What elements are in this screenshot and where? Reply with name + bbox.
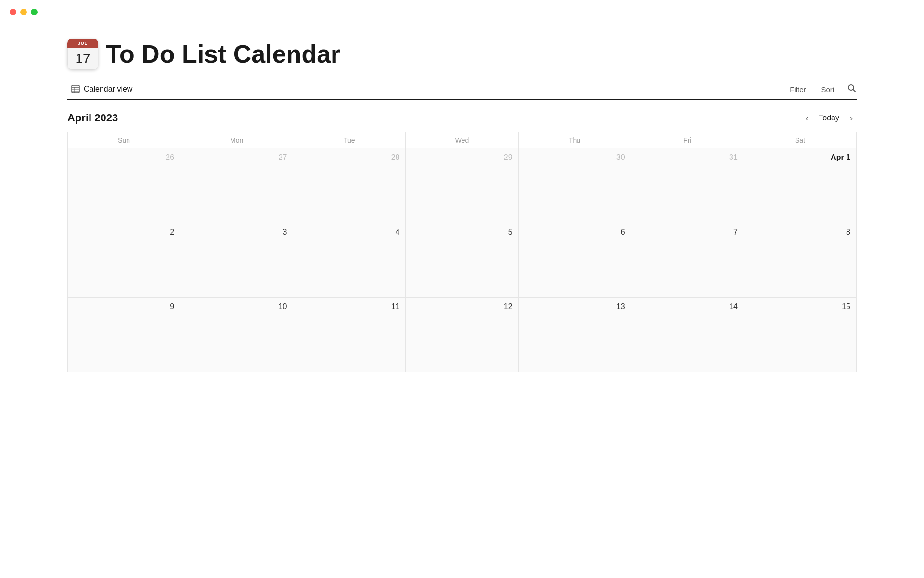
page-title: To Do List Calendar bbox=[106, 39, 340, 68]
icon-day: 17 bbox=[75, 51, 90, 66]
day-number: 10 bbox=[186, 302, 287, 311]
calendar-cell[interactable]: 7 bbox=[631, 223, 744, 298]
day-number: 4 bbox=[299, 228, 399, 236]
calendar-cell[interactable]: Apr 1 bbox=[744, 148, 856, 223]
icon-month: JUL bbox=[78, 41, 88, 46]
month-year-label: April 2023 bbox=[67, 112, 118, 124]
calendar-cell[interactable]: 29 bbox=[406, 148, 518, 223]
toolbar-left: Calendar view bbox=[67, 83, 136, 95]
day-of-week-header: Mon bbox=[180, 132, 293, 148]
app-icon: JUL 17 bbox=[67, 39, 98, 69]
icon-month-bar: JUL bbox=[67, 39, 98, 48]
view-tab-label: Calendar view bbox=[84, 85, 132, 93]
calendar-cell[interactable]: 28 bbox=[293, 148, 406, 223]
calendar-week-row: 9101112131415 bbox=[68, 298, 857, 372]
next-month-button[interactable]: › bbox=[846, 112, 857, 124]
day-number: 26 bbox=[74, 153, 174, 162]
day-number: 7 bbox=[637, 228, 738, 236]
toolbar-right: Filter Sort bbox=[787, 83, 857, 95]
calendar-week-row: 262728293031Apr 1 bbox=[68, 148, 857, 223]
day-of-week-header: Fri bbox=[631, 132, 744, 148]
day-number: 8 bbox=[750, 228, 850, 236]
day-of-week-header: Wed bbox=[406, 132, 518, 148]
day-of-week-header: Sun bbox=[68, 132, 180, 148]
traffic-lights bbox=[10, 9, 38, 15]
calendar-nav: April 2023 ‹ Today › bbox=[67, 112, 857, 124]
maximize-button[interactable] bbox=[31, 9, 38, 15]
prev-month-button[interactable]: ‹ bbox=[801, 112, 812, 124]
toolbar: Calendar view Filter Sort bbox=[67, 83, 857, 100]
calendar-cell[interactable]: 11 bbox=[293, 298, 406, 372]
calendar-cell[interactable]: 8 bbox=[744, 223, 856, 298]
day-number: 15 bbox=[750, 302, 850, 311]
today-button[interactable]: Today bbox=[814, 112, 844, 124]
icon-day-area: 17 bbox=[67, 48, 98, 69]
calendar-cell[interactable]: 30 bbox=[518, 148, 631, 223]
day-number: Apr 1 bbox=[750, 153, 850, 162]
svg-line-7 bbox=[853, 89, 856, 92]
day-number: 5 bbox=[411, 228, 512, 236]
day-number: 31 bbox=[637, 153, 738, 162]
calendar-grid: SunMonTueWedThuFriSat 262728293031Apr 12… bbox=[67, 132, 857, 372]
calendar-view-tab[interactable]: Calendar view bbox=[67, 83, 136, 95]
day-number: 2 bbox=[74, 228, 174, 236]
calendar-cell[interactable]: 15 bbox=[744, 298, 856, 372]
day-number: 27 bbox=[186, 153, 287, 162]
day-number: 9 bbox=[74, 302, 174, 311]
day-of-week-header: Tue bbox=[293, 132, 406, 148]
nav-controls: ‹ Today › bbox=[801, 112, 857, 124]
header: JUL 17 To Do List Calendar bbox=[67, 39, 857, 69]
calendar-view-icon bbox=[71, 85, 80, 93]
day-number: 11 bbox=[299, 302, 399, 311]
sort-button[interactable]: Sort bbox=[818, 83, 837, 95]
day-number: 30 bbox=[525, 153, 625, 162]
day-of-week-header: Sat bbox=[744, 132, 856, 148]
calendar-cell[interactable]: 31 bbox=[631, 148, 744, 223]
calendar-week-row: 2345678 bbox=[68, 223, 857, 298]
calendar-body: 262728293031Apr 123456789101112131415 bbox=[68, 148, 857, 372]
calendar-cell[interactable]: 9 bbox=[68, 298, 180, 372]
day-number: 28 bbox=[299, 153, 399, 162]
days-of-week-row: SunMonTueWedThuFriSat bbox=[68, 132, 857, 148]
day-number: 29 bbox=[411, 153, 512, 162]
minimize-button[interactable] bbox=[20, 9, 27, 15]
calendar-cell[interactable]: 4 bbox=[293, 223, 406, 298]
calendar-cell[interactable]: 26 bbox=[68, 148, 180, 223]
calendar-cell[interactable]: 5 bbox=[406, 223, 518, 298]
day-number: 13 bbox=[525, 302, 625, 311]
calendar-cell[interactable]: 12 bbox=[406, 298, 518, 372]
day-number: 12 bbox=[411, 302, 512, 311]
day-number: 14 bbox=[637, 302, 738, 311]
svg-rect-0 bbox=[72, 85, 79, 93]
calendar-header: SunMonTueWedThuFriSat bbox=[68, 132, 857, 148]
calendar-cell[interactable]: 2 bbox=[68, 223, 180, 298]
close-button[interactable] bbox=[10, 9, 16, 15]
search-button[interactable] bbox=[847, 83, 857, 95]
calendar-cell[interactable]: 10 bbox=[180, 298, 293, 372]
day-of-week-header: Thu bbox=[518, 132, 631, 148]
main-container: JUL 17 To Do List Calendar Calendar vie bbox=[0, 0, 924, 392]
calendar-cell[interactable]: 3 bbox=[180, 223, 293, 298]
calendar-cell[interactable]: 27 bbox=[180, 148, 293, 223]
filter-button[interactable]: Filter bbox=[787, 83, 808, 95]
day-number: 6 bbox=[525, 228, 625, 236]
calendar-cell[interactable]: 6 bbox=[518, 223, 631, 298]
search-icon bbox=[847, 83, 857, 93]
calendar-cell[interactable]: 13 bbox=[518, 298, 631, 372]
calendar-cell[interactable]: 14 bbox=[631, 298, 744, 372]
day-number: 3 bbox=[186, 228, 287, 236]
